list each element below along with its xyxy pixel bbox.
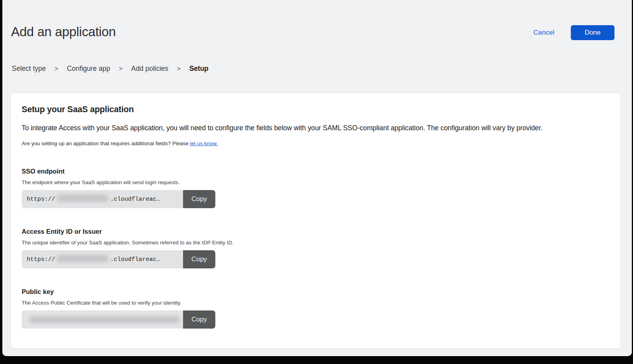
copy-button[interactable]: Copy	[183, 310, 215, 329]
sso-endpoint-value: https://.cloudflareac…	[22, 190, 183, 208]
value-prefix: https://	[27, 196, 55, 203]
breadcrumb-item-select-type[interactable]: Select type	[12, 65, 46, 73]
copy-button[interactable]: Copy	[183, 190, 215, 208]
redacted-value	[57, 194, 109, 202]
field-label: Access Entity ID or Issuer	[22, 228, 609, 235]
breadcrumb-separator: >	[177, 65, 181, 72]
field-row: https://.cloudflareac… Copy	[22, 250, 215, 268]
field-description: The endpoint where your SaaS application…	[22, 179, 609, 185]
field-row: Copy	[22, 310, 215, 329]
field-row: https://.cloudflareac… Copy	[22, 190, 215, 208]
access-entity-id-value: https://.cloudflareac…	[22, 250, 183, 268]
field-description: The Access Public Certificate that will …	[22, 300, 609, 306]
breadcrumb-separator: >	[119, 65, 122, 72]
field-group-public-key: Public key The Access Public Certificate…	[22, 288, 609, 329]
card-heading: Setup your SaaS application	[22, 105, 609, 115]
redacted-value	[29, 316, 180, 323]
app-window: Add an application Cancel Done Select ty…	[2, 0, 632, 356]
header-actions: Cancel Done	[533, 24, 614, 40]
public-key-value	[22, 310, 183, 329]
note-text-body: Are you setting up an application that r…	[22, 140, 190, 146]
page-title: Add an application	[11, 24, 116, 39]
breadcrumb: Select type > Configure app > Add polici…	[2, 65, 632, 73]
breadcrumb-separator: >	[55, 65, 58, 72]
breadcrumb-item-add-policies[interactable]: Add policies	[131, 65, 168, 73]
setup-card: Setup your SaaS application To integrate…	[10, 92, 621, 349]
field-label: SSO endpoint	[22, 168, 609, 175]
redacted-value	[57, 255, 109, 262]
let-us-know-link[interactable]: let us know.	[190, 140, 218, 146]
field-group-sso-endpoint: SSO endpoint The endpoint where your Saa…	[22, 168, 609, 208]
cancel-button[interactable]: Cancel	[533, 29, 554, 37]
field-label: Public key	[22, 288, 609, 296]
note-text: Are you setting up an application that r…	[22, 140, 609, 146]
page-header: Add an application Cancel Done	[2, 0, 632, 40]
value-prefix: https://	[27, 256, 55, 263]
intro-text: To integrate Access with your SaaS appli…	[22, 124, 609, 132]
copy-button[interactable]: Copy	[183, 250, 215, 268]
field-group-access-entity-id: Access Entity ID or Issuer The unique id…	[22, 228, 609, 268]
value-suffix: .cloudflareac…	[110, 256, 160, 263]
done-button[interactable]: Done	[571, 25, 614, 40]
value-suffix: .cloudflareac…	[110, 196, 160, 203]
breadcrumb-item-configure-app[interactable]: Configure app	[67, 65, 110, 73]
field-description: The unique identifier of your SaaS appli…	[22, 240, 609, 246]
breadcrumb-item-setup[interactable]: Setup	[189, 65, 209, 73]
